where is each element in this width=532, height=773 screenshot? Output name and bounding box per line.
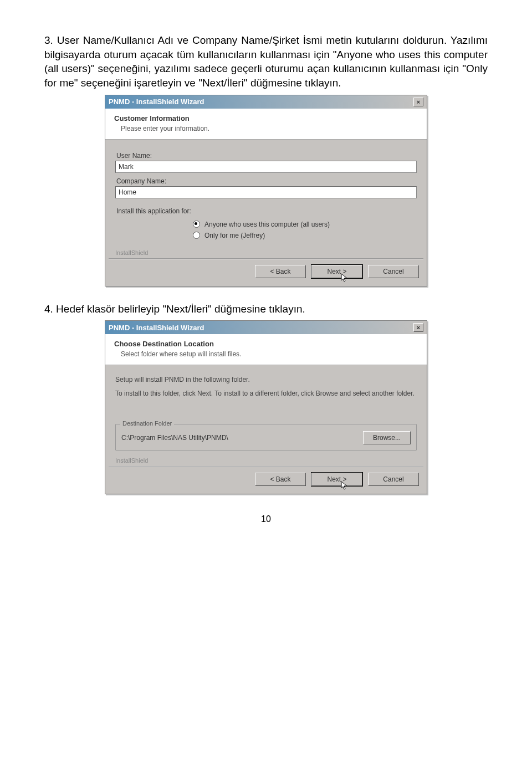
company-name-label: Company Name: bbox=[116, 177, 417, 185]
user-name-label: User Name: bbox=[116, 152, 417, 160]
cancel-button[interactable]: Cancel bbox=[368, 265, 419, 278]
dialog-header: Customer Information Please enter your i… bbox=[105, 109, 427, 140]
installshield-brand: InstallShield bbox=[105, 455, 427, 466]
window-title: PNMD - InstallShield Wizard bbox=[109, 98, 204, 106]
document-page: 3. User Name/Kullanıcı Adı ve Company Na… bbox=[0, 0, 532, 546]
destination-path: C:\Program Files\NAS Utility\PNMD\ bbox=[121, 434, 228, 442]
radio-icon bbox=[193, 221, 200, 228]
page-number: 10 bbox=[44, 514, 488, 524]
close-icon[interactable]: × bbox=[413, 98, 423, 106]
screenshot-customer-info: PNMD - InstallShield Wizard × Customer I… bbox=[44, 95, 488, 286]
button-row: < Back Next > Cancel bbox=[105, 259, 427, 286]
radio-only-me[interactable]: Only for me (Jeffrey) bbox=[193, 232, 417, 239]
body-line-2: To install to this folder, click Next. T… bbox=[115, 389, 417, 398]
header-subtitle: Select folder where setup will install f… bbox=[121, 350, 419, 358]
instruction-step-4: 4. Hedef klasör belirleyip "Next/İleri" … bbox=[44, 302, 488, 316]
header-title: Customer Information bbox=[114, 114, 419, 122]
install-for-label: Install this application for: bbox=[116, 207, 417, 215]
radio-icon bbox=[193, 232, 200, 239]
user-name-input[interactable]: Mark bbox=[115, 161, 417, 173]
radio-label: Anyone who uses this computer (all users… bbox=[204, 221, 330, 228]
header-title: Choose Destination Location bbox=[114, 340, 419, 348]
installer-dialog-2: PNMD - InstallShield Wizard × Choose Des… bbox=[105, 320, 427, 494]
titlebar: PNMD - InstallShield Wizard × bbox=[105, 321, 427, 334]
dialog-header: Choose Destination Location Select folde… bbox=[105, 334, 427, 365]
screenshot-destination: PNMD - InstallShield Wizard × Choose Des… bbox=[44, 320, 488, 494]
back-button[interactable]: < Back bbox=[255, 473, 306, 486]
dialog-body: User Name: Mark Company Name: Home Insta… bbox=[105, 140, 427, 247]
close-icon[interactable]: × bbox=[413, 323, 423, 332]
body-line-1: Setup will install PNMD in the following… bbox=[115, 375, 417, 385]
browse-button[interactable]: Browse... bbox=[363, 431, 411, 444]
radio-label: Only for me (Jeffrey) bbox=[204, 232, 265, 239]
installshield-brand: InstallShield bbox=[105, 247, 427, 258]
next-button[interactable]: Next > bbox=[311, 473, 362, 486]
titlebar: PNMD - InstallShield Wizard × bbox=[105, 95, 427, 109]
button-row: < Back Next > Cancel bbox=[105, 467, 427, 494]
header-subtitle: Please enter your information. bbox=[121, 125, 419, 132]
instruction-step-3: 3. User Name/Kullanıcı Adı ve Company Na… bbox=[44, 33, 488, 90]
dialog-body: Setup will install PNMD in the following… bbox=[105, 365, 427, 455]
window-title: PNMD - InstallShield Wizard bbox=[109, 324, 204, 332]
destination-legend: Destination Folder bbox=[120, 420, 174, 427]
destination-folder-group: Destination Folder C:\Program Files\NAS … bbox=[115, 424, 417, 451]
radio-all-users[interactable]: Anyone who uses this computer (all users… bbox=[193, 221, 417, 228]
company-name-input[interactable]: Home bbox=[115, 186, 417, 198]
cancel-button[interactable]: Cancel bbox=[368, 473, 419, 486]
next-button[interactable]: Next > bbox=[311, 265, 362, 278]
installer-dialog-1: PNMD - InstallShield Wizard × Customer I… bbox=[105, 95, 427, 286]
back-button[interactable]: < Back bbox=[255, 265, 306, 278]
next-button-label: Next > bbox=[327, 475, 346, 483]
next-button-label: Next > bbox=[327, 268, 346, 275]
